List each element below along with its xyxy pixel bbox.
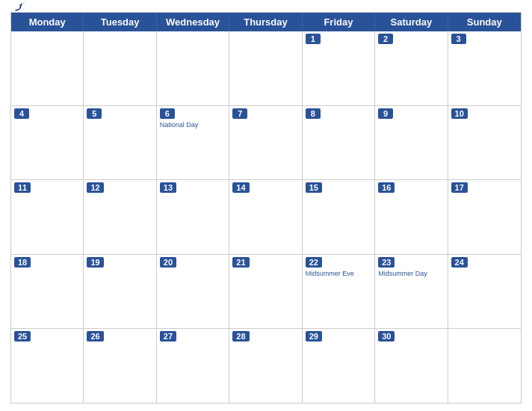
day-cell: 9 [375, 106, 448, 180]
day-cell: 6National Day [157, 106, 229, 180]
week-row-1: 0000123 [11, 31, 521, 106]
day-number: 21 [232, 257, 249, 268]
day-cell: 16 [375, 180, 448, 254]
day-cell: 29 [303, 329, 375, 403]
day-header-friday: Friday [303, 13, 375, 31]
day-number: 1 [306, 34, 321, 44]
day-header-tuesday: Tuesday [84, 13, 156, 31]
day-cell: 1 [303, 31, 375, 105]
logo-blue-text [10, 1, 26, 13]
day-cell: 22Midsummer Eve [303, 255, 375, 329]
day-number: 16 [378, 182, 395, 193]
day-header-sunday: Sunday [448, 13, 521, 31]
day-number: 26 [87, 331, 103, 342]
day-header-thursday: Thursday [229, 13, 302, 31]
day-cell: 19 [84, 255, 156, 329]
day-cell: 15 [303, 180, 375, 254]
day-number: 25 [14, 331, 31, 342]
day-cell: 7 [229, 106, 302, 180]
day-number: 12 [87, 182, 103, 193]
day-number: 28 [232, 331, 249, 342]
logo [10, 1, 26, 13]
day-cell: 24 [448, 255, 521, 329]
holiday-label: National Day [160, 121, 226, 129]
day-cell: 8 [303, 106, 375, 180]
day-number: 5 [87, 108, 102, 119]
day-header-wednesday: Wednesday [157, 13, 229, 31]
week-row-3: 11121314151617 [11, 180, 521, 255]
day-number: 22 [306, 257, 322, 268]
day-cell: 17 [448, 180, 521, 254]
day-number: 7 [232, 108, 247, 119]
day-cell: 0 [229, 31, 302, 105]
day-cell: 0 [11, 31, 84, 105]
day-number: 2 [378, 34, 393, 44]
weeks-container: 0000123456National Day789101112131415161… [11, 31, 521, 403]
day-number: 15 [306, 182, 322, 193]
day-number: 14 [232, 182, 249, 193]
day-number: 9 [378, 108, 393, 119]
day-cell: 21 [229, 255, 302, 329]
day-cell: 14 [229, 180, 302, 254]
day-cell: 26 [84, 329, 156, 403]
day-cell: 12 [84, 180, 156, 254]
day-number: 4 [14, 108, 29, 119]
day-number: 18 [14, 257, 31, 268]
week-row-5: 2526272829300 [11, 329, 521, 403]
day-number: 29 [306, 331, 322, 342]
day-cell: 10 [448, 106, 521, 180]
week-row-4: 1819202122Midsummer Eve23Midsummer Day24 [11, 255, 521, 330]
holiday-label: Midsummer Day [378, 270, 444, 278]
day-cell: 3 [448, 31, 521, 105]
day-number: 17 [451, 182, 468, 193]
day-headers-row: MondayTuesdayWednesdayThursdayFridaySatu… [11, 13, 521, 31]
day-cell: 0 [157, 31, 229, 105]
day-number: 6 [160, 108, 175, 119]
week-row-2: 456National Day78910 [11, 106, 521, 181]
day-cell: 28 [229, 329, 302, 403]
calendar-grid: MondayTuesdayWednesdayThursdayFridaySatu… [10, 12, 522, 404]
day-cell: 4 [11, 106, 84, 180]
day-number: 23 [378, 257, 395, 268]
day-number: 10 [451, 108, 468, 119]
day-cell: 0 [448, 329, 521, 403]
day-number: 8 [306, 108, 321, 119]
day-number: 24 [451, 257, 468, 268]
day-cell: 0 [84, 31, 156, 105]
day-cell: 20 [157, 255, 229, 329]
day-number: 3 [451, 34, 466, 44]
day-cell: 27 [157, 329, 229, 403]
day-header-saturday: Saturday [375, 13, 448, 31]
day-number: 27 [160, 331, 176, 342]
day-number: 11 [14, 182, 31, 193]
day-cell: 5 [84, 106, 156, 180]
day-cell: 18 [11, 255, 84, 329]
day-number: 20 [160, 257, 176, 268]
day-cell: 23Midsummer Day [375, 255, 448, 329]
day-cell: 13 [157, 180, 229, 254]
day-number: 13 [160, 182, 176, 193]
logo-bird-icon [13, 1, 26, 13]
day-cell: 25 [11, 329, 84, 403]
day-header-monday: Monday [11, 13, 84, 31]
holiday-label: Midsummer Eve [306, 270, 371, 278]
day-cell: 2 [375, 31, 448, 105]
calendar-page: MondayTuesdayWednesdayThursdayFridaySatu… [0, 0, 532, 411]
day-cell: 11 [11, 180, 84, 254]
day-number: 19 [87, 257, 103, 268]
day-cell: 30 [375, 329, 448, 403]
day-number: 30 [378, 331, 395, 342]
